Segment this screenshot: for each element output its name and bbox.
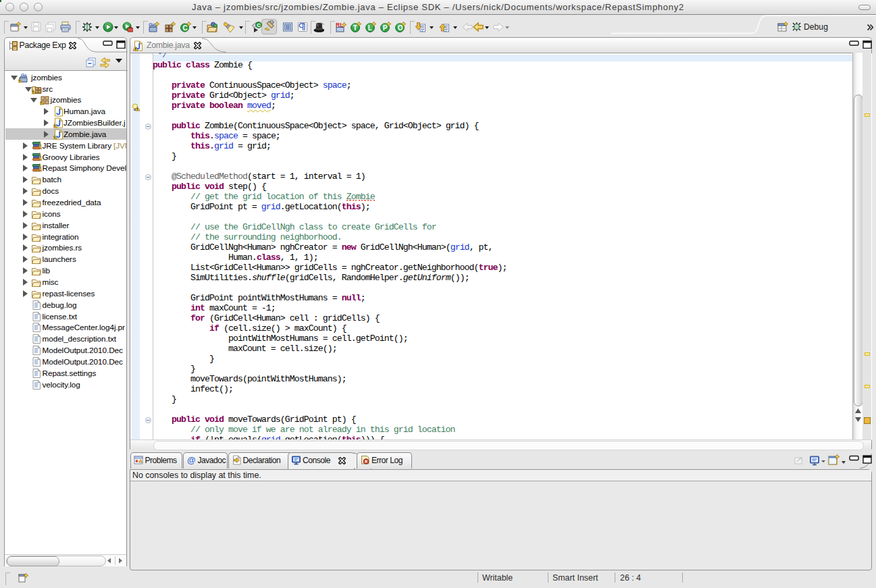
svg-text:@: @ (187, 455, 196, 465)
svg-text:P: P (383, 24, 388, 32)
svg-text:T: T (353, 24, 357, 32)
svg-text:C: C (182, 24, 187, 32)
svg-text:L: L (368, 24, 372, 32)
svg-text:O: O (398, 24, 403, 32)
svg-text:C: C (257, 22, 261, 28)
